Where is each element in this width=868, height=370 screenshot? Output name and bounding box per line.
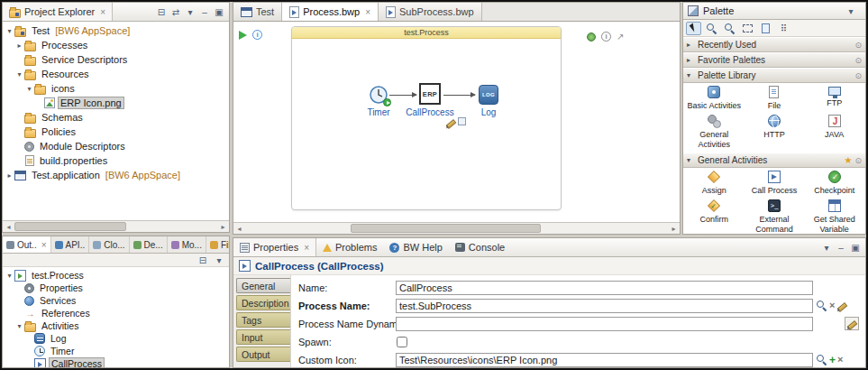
maximize-icon[interactable]: ▣ [213,5,225,19]
tree-item-properties[interactable]: Properties [3,282,229,294]
side-tab-input[interactable]: Input [236,329,290,345]
tree-item-schemas[interactable]: Schemas [3,110,229,125]
tree-item-services[interactable]: Services [3,294,229,307]
minimize-icon[interactable]: – [198,5,211,19]
palette-item-get-shared-variable[interactable]: Get Shared Variable [804,199,864,234]
view-menu-icon[interactable]: ▾ [845,5,857,18]
collapse-all-icon[interactable]: ⊟ [196,254,209,267]
clear-icon[interactable]: × [837,355,843,365]
drawer-general-activities[interactable]: ▾ General Activities ★ ⊙ [683,153,865,168]
expander-icon[interactable]: ▾ [14,322,24,330]
tab-bw-help[interactable]: ? BW Help [383,238,448,256]
clear-icon[interactable]: × [829,301,835,310]
tab-properties[interactable]: Properties × [233,238,316,256]
tree-item-activities[interactable]: ▾ Activities [3,319,229,332]
note-tool-icon[interactable] [758,22,773,35]
expression-edit-icon[interactable] [845,317,859,330]
palette-item-confirm[interactable]: Confirm [684,199,745,234]
tree-item-service-descriptors[interactable]: Service Descriptors [3,52,229,67]
pin-icon[interactable]: ⊙ [854,56,862,65]
scrollbar-thumb[interactable] [351,224,541,233]
close-icon[interactable]: × [304,243,309,253]
palette-item-ftp[interactable]: FTP [804,86,864,110]
palette-item-checkpoint[interactable]: Checkpoint [804,171,864,195]
minimize-icon[interactable]: – [835,241,847,254]
side-tab-description[interactable]: Description [236,295,290,310]
node-callprocess[interactable]: ERP CallProcess [402,83,458,117]
tree-item-callprocess[interactable]: CallProcess [3,357,229,367]
process-canvas[interactable]: i i ↗ test.Process [233,22,680,222]
link-with-editor-icon[interactable]: ⇄ [169,5,182,19]
close-icon[interactable]: × [100,7,105,17]
info-icon[interactable]: i [601,32,611,42]
browse-icon[interactable] [816,354,827,365]
zoom-out-icon[interactable] [722,22,737,35]
tab-api-explorer[interactable]: API.. [51,236,90,253]
marquee-tool-icon[interactable] [740,22,755,35]
tree-item-test-project[interactable]: ▾ Test [BW6 AppSpace] [3,23,229,38]
tab-problems[interactable]: Problems [316,238,383,256]
expander-icon[interactable]: ▸ [14,42,24,50]
editor-tab-subprocess-bwp[interactable]: SubProcess.bwp [379,3,482,21]
drawer-palette-library[interactable]: ▾ Palette Library ⊙ [683,68,865,83]
palette-item-external-command[interactable]: External Command [745,199,805,234]
edit-icon[interactable] [836,301,847,311]
scrollbar-thumb[interactable] [14,222,126,231]
palette-item-basic-activities[interactable]: Basic Activities [684,86,745,110]
palette-item-general-activities[interactable]: General Activities [684,115,745,149]
tree-item-log[interactable]: Log [3,332,229,345]
editor-tab-process-bwp[interactable]: Process.bwp × [282,3,379,21]
name-input[interactable] [396,281,813,295]
tree-item-test-application[interactable]: ▸ Test.application [BW6 AppSpace] [3,168,229,182]
custom-icon-input[interactable] [396,353,813,367]
expander-icon[interactable]: ▸ [5,171,14,180]
drawer-recently-used[interactable]: ▸ Recently Used ⊙ [683,37,865,52]
expander-icon[interactable]: ▾ [5,272,14,280]
scroll-left-icon[interactable]: ◂ [233,225,245,233]
favorite-star-icon[interactable]: ★ [844,155,852,165]
tree-item-test-process[interactable]: ▾ test.Process [3,269,229,282]
process-scope[interactable]: test.Process Timer [291,26,562,210]
scroll-right-icon[interactable]: ▸ [668,225,680,233]
tree-item-module-descriptors[interactable]: Module Descriptors [3,139,229,153]
scrollbar-track[interactable] [245,223,668,234]
add-icon[interactable]: + [829,355,836,365]
expander-icon[interactable]: ▾ [24,85,34,93]
palette-item-http[interactable]: HTTP [745,115,805,149]
view-menu-icon[interactable]: ▾ [184,5,196,19]
palette-item-java[interactable]: JAVA [804,115,864,149]
expander-icon[interactable]: ▾ [14,70,24,79]
palette-item-file[interactable]: File [745,86,805,110]
editor-tab-test[interactable]: Test [233,3,282,21]
side-tab-output[interactable]: Output [236,347,290,362]
play-icon[interactable] [239,31,247,40]
tree-item-timer[interactable]: Timer [3,345,229,357]
tab-debug[interactable]: De... [130,236,168,253]
palette-item-call-process[interactable]: Call Process [745,171,805,195]
scroll-right-icon[interactable]: ▸ [217,223,229,231]
tree-item-processes[interactable]: ▸ Processes [3,38,229,52]
side-tab-tags[interactable]: Tags [236,312,290,328]
info-icon[interactable]: i [252,30,262,40]
browse-icon[interactable] [816,300,827,311]
maximize-icon[interactable]: ▣ [849,241,862,254]
node-log[interactable]: LOG Log [465,85,512,117]
tab-console[interactable]: Console [449,238,511,256]
pin-icon[interactable]: ⊙ [854,71,862,80]
tab-outline[interactable]: Out.. × [3,236,51,253]
project-explorer-tab[interactable]: Project Explorer × [3,3,113,21]
tree-item-policies[interactable]: Policies [3,125,229,139]
edit-badge-icon[interactable] [445,117,456,128]
tree-item-build-properties[interactable]: build.properties [3,153,229,168]
select-tool-icon[interactable] [686,22,701,35]
canvas-hscrollbar[interactable]: ◂ ▸ [233,222,680,234]
scrollbar-track[interactable] [14,221,217,232]
spawn-checkbox[interactable] [397,337,407,347]
process-name-input[interactable] [396,299,813,313]
tree-item-references[interactable]: → References [3,307,229,319]
tree-item-erp-icon-png[interactable]: ERP Icon.png [3,96,229,110]
view-menu-icon[interactable]: ▾ [820,241,833,254]
external-link-icon[interactable]: ↗ [617,32,624,42]
expander-icon[interactable]: ▾ [5,27,14,35]
tree-item-icons-folder[interactable]: ▾ icons [3,81,229,96]
